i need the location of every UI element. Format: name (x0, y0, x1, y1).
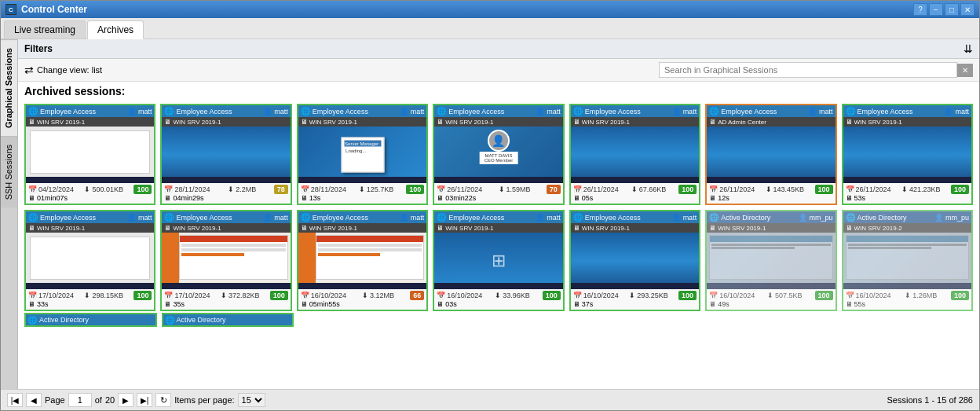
card-subheader: 🖥 WIN SRV 2019-1 (298, 223, 426, 233)
search-input[interactable] (659, 62, 957, 78)
card-host: WIN SRV 2019-1 (582, 119, 630, 126)
date-info: 📅 16/10/2024 (573, 292, 619, 299)
session-card[interactable]: 🌐 Employee Access 👤 matt 🖥 WIN SRV 2019-… (24, 210, 155, 311)
sidebar-tab-ssh[interactable]: SSH Sessions (1, 136, 17, 207)
date-info: 📅 16/10/2024 (846, 292, 891, 299)
card-host: WIN SRV 2019-1 (309, 225, 357, 232)
card-user: matt (819, 108, 833, 116)
score-badge: 100 (270, 291, 288, 300)
of-label: of (95, 395, 102, 405)
total-pages: 20 (105, 395, 115, 405)
session-card[interactable]: 🌐 Employee Access 👤 matt 🖥 AD Admin Cent… (705, 104, 836, 205)
size-info: ⬇ 125.7KB (359, 185, 394, 193)
card-title: Employee Access (313, 214, 397, 222)
tab-archives[interactable]: Archives (87, 20, 144, 39)
prev-page-button[interactable]: ◀ (26, 393, 42, 407)
monitor-icon: 🖥 (437, 118, 444, 126)
search-clear-button[interactable]: ✕ (957, 64, 973, 77)
partial-card[interactable]: 🌐Active Directory (162, 313, 294, 327)
card-host: WIN SRV 2019-1 (309, 119, 357, 126)
card-subheader: 🖥 WIN SRV 2019-1 (843, 117, 971, 127)
next-page-button[interactable]: ▶ (118, 393, 133, 407)
session-card[interactable]: 🌐 Active Directory 👤 mm_pu 🖥 WIN SRV 201… (705, 210, 836, 311)
score-badge: 100 (543, 291, 561, 300)
session-card[interactable]: 🌐 Employee Access 👤 matt 🖥 WIN SRV 2019-… (433, 104, 564, 205)
globe-icon: 🌐 (573, 213, 583, 222)
download-icon: ⬇ (901, 185, 908, 193)
app-title: Control Center (21, 4, 87, 15)
session-card[interactable]: 🌐 Employee Access 👤 matt 🖥 WIN SRV 2019-… (297, 104, 428, 205)
monitor-icon: 🖥 (301, 224, 308, 232)
card-footer: 📅 04/12/2024 ⬇ 500.01KB 100 🖥 01min07s (26, 183, 154, 204)
date-info: 📅 26/11/2024 (709, 185, 755, 193)
card-duration: 13s (309, 194, 321, 202)
monitor-icon: 🖥 (301, 118, 308, 126)
monitor-small-icon: 🖥 (437, 300, 444, 308)
minimize-button[interactable]: − (929, 3, 943, 16)
duration-info: 🖥 01min07s (28, 194, 68, 202)
card-date: 26/11/2024 (856, 185, 891, 193)
calendar-icon: 📅 (437, 185, 445, 193)
session-card[interactable]: 🌐 Employee Access 👤 matt 🖥 WIN SRV 2019-… (24, 104, 155, 205)
score-badge: 100 (815, 291, 833, 300)
globe-icon: 🌐 (301, 213, 310, 222)
user-icon: 👤 (127, 214, 136, 222)
close-button[interactable]: ✕ (960, 3, 975, 16)
card-title: Employee Access (448, 214, 533, 222)
card-footer: 📅 16/10/2024 ⬇ 507.5KB 100 🖥 49s (707, 289, 835, 310)
card-subheader: 🖥 WIN SRV 2019-2 (843, 223, 971, 233)
maximize-button[interactable]: □ (945, 3, 959, 16)
card-subheader: 🖥 WIN SRV 2019-1 (571, 117, 699, 127)
card-header: 🌐 Employee Access 👤 matt (434, 211, 562, 223)
items-per-page-select[interactable]: 10 15 25 50 (238, 393, 265, 407)
calendar-icon: 📅 (437, 292, 445, 299)
score-badge: 70 (547, 185, 561, 194)
last-page-button[interactable]: ▶| (137, 393, 152, 407)
download-icon: ⬇ (767, 292, 773, 299)
monitor-small-icon: 🖥 (301, 300, 308, 308)
card-user: matt (138, 214, 152, 222)
sessions-grid-area[interactable]: 🌐 Employee Access 👤 matt 🖥 WIN SRV 2019-… (18, 101, 979, 411)
date-info: 📅 16/10/2024 (301, 292, 346, 299)
card-footer: 📅 26/11/2024 ⬇ 421.23KB 100 🖥 53s (843, 183, 971, 204)
help-button[interactable]: ? (913, 3, 927, 16)
duration-info: 🖥 33s (28, 300, 49, 308)
card-header: 🌐 Employee Access 👤 matt (571, 211, 699, 223)
session-card[interactable]: 🌐 Employee Access 👤 matt 🖥 WIN SRV 2019-… (160, 104, 291, 205)
date-info: 📅 28/11/2024 (164, 185, 210, 193)
card-user: matt (138, 108, 152, 116)
sidebar-tab-graphical[interactable]: Graphical Sessions (1, 39, 17, 136)
score-badge: 100 (678, 185, 697, 194)
session-card[interactable]: 🌐 Employee Access 👤 matt 🖥 WIN SRV 2019-… (842, 104, 973, 205)
calendar-icon: 📅 (709, 292, 718, 299)
score-badge: 100 (133, 291, 152, 300)
card-date: 17/10/2024 (174, 292, 210, 299)
partial-card[interactable]: 🌐Active Directory (24, 313, 157, 327)
card-user: matt (274, 108, 288, 116)
monitor-small-icon: 🖥 (573, 300, 580, 308)
page-input[interactable] (68, 393, 92, 407)
session-card[interactable]: 🌐 Employee Access 👤 matt 🖥 WIN SRV 2019-… (297, 210, 428, 311)
download-icon: ⬇ (84, 185, 90, 193)
first-page-button[interactable]: |◀ (7, 393, 23, 407)
card-size: 1.59MB (506, 185, 531, 193)
card-host: WIN SRV 2019-1 (37, 225, 85, 232)
user-icon: 👤 (536, 108, 544, 116)
card-screenshot (707, 233, 835, 289)
card-title: Employee Access (176, 214, 261, 222)
monitor-icon: 🖥 (573, 118, 580, 126)
session-card[interactable]: 🌐 Employee Access 👤 matt 🖥 WIN SRV 2019-… (569, 104, 700, 205)
session-card[interactable]: 🌐 Active Directory 👤 mm_pu 🖥 WIN SRV 201… (842, 210, 973, 311)
user-icon: 👤 (400, 108, 408, 116)
session-card[interactable]: 🌐 Employee Access 👤 matt 🖥 WIN SRV 2019-… (433, 210, 564, 311)
card-header: 🌐 Employee Access 👤 matt (571, 105, 699, 117)
calendar-icon: 📅 (573, 185, 582, 193)
session-card[interactable]: 🌐 Employee Access 👤 matt 🖥 WIN SRV 2019-… (569, 210, 700, 311)
card-footer: 📅 16/10/2024 ⬇ 33.96KB 100 🖥 03s (434, 289, 562, 310)
filters-collapse-button[interactable]: ⇊ (964, 42, 973, 55)
tab-live-streaming[interactable]: Live streaming (4, 20, 86, 39)
session-card[interactable]: 🌐 Employee Access 👤 matt 🖥 WIN SRV 2019-… (160, 210, 291, 311)
refresh-button[interactable]: ↻ (155, 393, 171, 407)
change-view-button[interactable]: ⇄ Change view: list (24, 64, 102, 76)
user-icon: 👤 (799, 214, 807, 222)
